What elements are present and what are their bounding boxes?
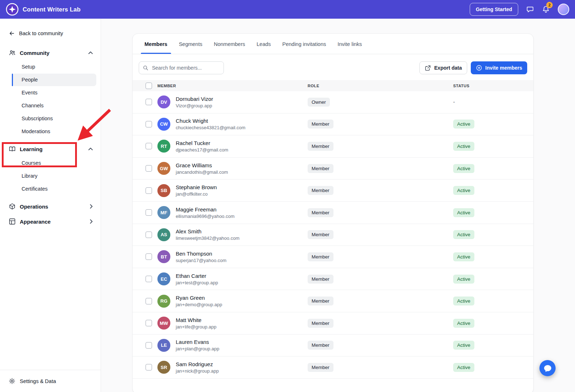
sidebar-item-courses[interactable]: Courses xyxy=(12,157,96,169)
column-header-member: MEMBER xyxy=(157,84,308,88)
table-row: GWGrace Williamsjancandothis@gmail.comMe… xyxy=(133,158,533,180)
learning-label: Learning xyxy=(20,146,42,152)
back-link-label: Back to community xyxy=(19,31,63,36)
tab-nonmembers[interactable]: Nonmembers xyxy=(208,34,251,54)
notifications-bell-icon[interactable]: 2 xyxy=(542,5,550,13)
table-row: SRSam Rodriguezjan+nick@group.appMemberA… xyxy=(133,356,533,379)
export-data-button[interactable]: Export data xyxy=(419,61,467,74)
member-avatar: MF xyxy=(157,206,170,219)
status-badge: Active xyxy=(453,142,474,151)
member-email: Vizor@group.app xyxy=(176,103,213,108)
member-email: limesweetjm3842@yahoo.com xyxy=(176,235,239,241)
getting-started-button[interactable]: Getting Started xyxy=(470,3,518,16)
table-row: MWMatt Whitejan+life@group.appMemberActi… xyxy=(133,312,533,335)
row-checkbox[interactable] xyxy=(146,298,152,304)
role-badge: Member xyxy=(308,164,334,173)
status-badge: Active xyxy=(453,252,474,261)
appearance-icon xyxy=(9,218,16,225)
member-email: jan+demo@group.app xyxy=(176,302,222,307)
row-checkbox[interactable] xyxy=(146,320,152,326)
chat-launcher-button[interactable] xyxy=(539,360,556,376)
row-checkbox[interactable] xyxy=(146,276,152,282)
tab-segments[interactable]: Segments xyxy=(173,34,208,54)
sidebar-section-learning[interactable]: Learning xyxy=(0,141,101,157)
row-checkbox[interactable] xyxy=(146,187,152,194)
role-badge: Member xyxy=(308,319,334,328)
row-checkbox[interactable] xyxy=(146,232,152,238)
member-avatar: GW xyxy=(157,162,170,175)
toolbar: Export data Invite members xyxy=(139,61,527,74)
row-checkbox[interactable] xyxy=(146,342,152,349)
sidebar-item-channels[interactable]: Channels xyxy=(12,99,96,112)
back-to-community-link[interactable]: Back to community xyxy=(0,19,101,45)
sidebar-item-certificates[interactable]: Certificates xyxy=(12,183,96,195)
status-text: - xyxy=(453,99,455,105)
row-checkbox[interactable] xyxy=(146,143,152,149)
status-badge: Active xyxy=(453,186,474,195)
search-icon xyxy=(143,65,148,71)
member-email: jancandothis@gmail.com xyxy=(176,169,228,175)
tab-invite-links[interactable]: Invite links xyxy=(332,34,368,54)
row-checkbox[interactable] xyxy=(146,209,152,216)
sidebar-item-events[interactable]: Events xyxy=(12,87,96,99)
operations-label: Operations xyxy=(20,204,48,210)
chevron-up-icon xyxy=(88,51,93,54)
operations-icon xyxy=(9,203,16,210)
role-badge: Member xyxy=(308,230,334,239)
row-checkbox[interactable] xyxy=(146,165,152,172)
sidebar-item-library[interactable]: Library xyxy=(12,170,96,182)
member-email: jan+plan@group.app xyxy=(176,346,219,351)
brand: Content Writers Lab xyxy=(6,3,80,16)
chat-icon[interactable] xyxy=(526,5,534,13)
sidebar-section-appearance[interactable]: Appearance xyxy=(0,214,101,229)
member-name: Chuck Wright xyxy=(176,118,245,124)
chevron-right-icon xyxy=(90,219,93,224)
community-label: Community xyxy=(20,50,50,56)
top-bar: Content Writers Lab Getting Started 2 xyxy=(0,0,575,19)
chevron-right-icon xyxy=(90,204,93,209)
sidebar-item-people[interactable]: People xyxy=(12,74,96,86)
member-email: jan+test@group.app xyxy=(176,280,218,285)
table-row: CWChuck Wrightchuckiechesse43821@gmail.c… xyxy=(133,113,533,136)
member-avatar: EC xyxy=(157,272,170,285)
member-name: Maggie Freeman xyxy=(176,206,235,213)
tab-pending-invitations[interactable]: Pending invitations xyxy=(277,34,332,54)
member-name: Ethan Carter xyxy=(176,273,218,279)
table-row: RTRachel Tuckerdjpeaches17@gmail.comMemb… xyxy=(133,135,533,158)
gear-icon xyxy=(9,378,15,384)
member-email: chuckiechesse43821@gmail.com xyxy=(176,125,245,130)
tab-leads[interactable]: Leads xyxy=(251,34,277,54)
row-checkbox[interactable] xyxy=(146,121,152,127)
sidebar-item-subscriptions[interactable]: Subscriptions xyxy=(12,112,96,125)
member-avatar: MW xyxy=(157,317,170,330)
role-badge: Member xyxy=(308,341,334,350)
row-checkbox[interactable] xyxy=(146,253,152,260)
row-checkbox[interactable] xyxy=(146,99,152,105)
member-avatar: RG xyxy=(157,295,170,308)
member-avatar: LE xyxy=(157,339,170,352)
table-row: ECEthan Carterjan+test@group.appMemberAc… xyxy=(133,268,533,290)
main-area: MembersSegmentsNonmembersLeadsPending in… xyxy=(101,19,575,392)
settings-and-data[interactable]: Settings & Data xyxy=(0,370,101,392)
table-row: LELauren Evansjan+plan@group.appMemberAc… xyxy=(133,335,533,357)
role-badge: Member xyxy=(308,363,334,372)
tab-members[interactable]: Members xyxy=(139,34,173,54)
export-label: Export data xyxy=(434,65,462,71)
status-badge: Active xyxy=(453,319,474,328)
user-avatar[interactable] xyxy=(558,4,569,15)
member-email: jan+life@group.app xyxy=(176,324,216,330)
search-input[interactable] xyxy=(139,61,224,74)
select-all-checkbox[interactable] xyxy=(146,83,152,89)
invite-members-button[interactable]: Invite members xyxy=(471,61,527,74)
sidebar-item-moderations[interactable]: Moderations xyxy=(12,125,96,138)
sidebar-section-community[interactable]: Community xyxy=(0,45,101,60)
table-row: BTBen Thompsonsuperjan17@yahoo.comMember… xyxy=(133,246,533,268)
role-badge: Member xyxy=(308,252,334,261)
search-box xyxy=(139,61,224,74)
notification-badge: 2 xyxy=(546,2,553,8)
table-row: SBStephanie Brownjan@offkilter.coMemberA… xyxy=(133,179,533,202)
sidebar-section-operations[interactable]: Operations xyxy=(0,199,101,214)
row-checkbox[interactable] xyxy=(146,364,152,370)
invite-label: Invite members xyxy=(485,65,522,71)
sidebar-item-setup[interactable]: Setup xyxy=(12,61,96,73)
